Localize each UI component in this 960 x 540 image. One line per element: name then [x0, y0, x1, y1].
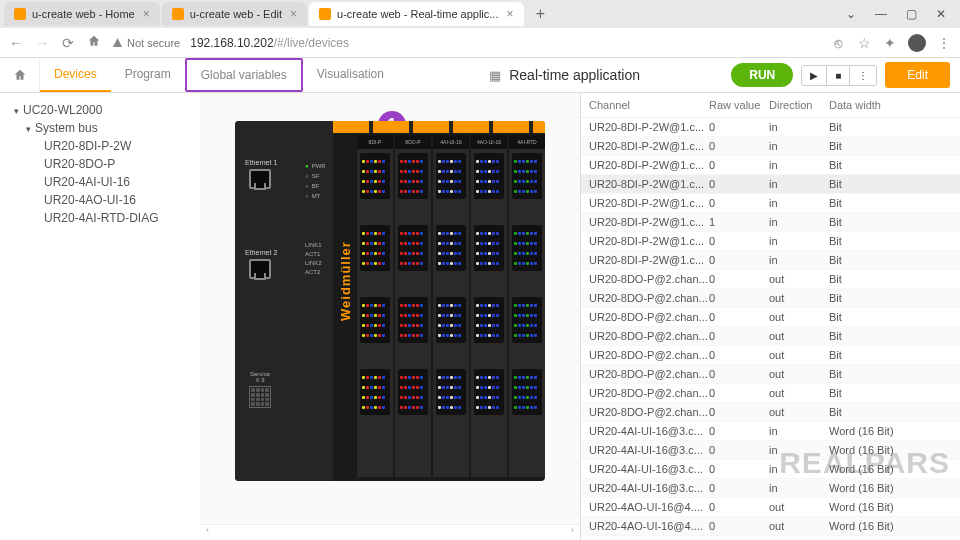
- col-channel[interactable]: Channel: [589, 99, 709, 111]
- browser-tab[interactable]: u-create web - Edit×: [162, 2, 307, 26]
- browser-tab[interactable]: u-create web - Home×: [4, 2, 160, 26]
- channel-table: Channel Raw value Direction Data width U…: [580, 93, 960, 540]
- forward-icon[interactable]: →: [34, 35, 50, 51]
- app-toolbar: Devices Program Global variables Visuali…: [0, 58, 960, 93]
- avatar[interactable]: [908, 34, 926, 52]
- table-row[interactable]: UR20-8DO-P@2.chan...0outBit: [581, 270, 960, 289]
- close-icon[interactable]: ×: [506, 7, 513, 21]
- tree-module[interactable]: UR20-8DI-P-2W: [4, 137, 196, 155]
- warning-icon: [112, 37, 123, 48]
- back-icon[interactable]: ←: [8, 35, 24, 51]
- table-row[interactable]: UR20-4AI-UI-16@3.c...0inWord (16 Bit): [581, 422, 960, 441]
- close-icon[interactable]: ×: [290, 7, 297, 21]
- puzzle-icon[interactable]: ✦: [882, 35, 898, 51]
- more-icon[interactable]: ⋮: [850, 66, 876, 85]
- tab-visualisation[interactable]: Visualisation: [303, 58, 398, 92]
- table-row[interactable]: UR20-4AI-UI-16@3.c...0inWord (16 Bit): [581, 441, 960, 460]
- close-icon[interactable]: ×: [143, 7, 150, 21]
- window-maximize[interactable]: ▢: [896, 0, 926, 28]
- window-minimize[interactable]: —: [866, 0, 896, 28]
- tab-global-variables[interactable]: Global variables: [185, 58, 303, 92]
- table-row[interactable]: UR20-8DI-P-2W@1.c...0inBit: [581, 232, 960, 251]
- share-icon[interactable]: ⎋: [830, 35, 846, 51]
- table-row[interactable]: UR20-8DI-P-2W@1.c...0inBit: [581, 194, 960, 213]
- new-tab-button[interactable]: +: [530, 3, 552, 25]
- tree-module[interactable]: UR20-8DO-P: [4, 155, 196, 173]
- menu-icon[interactable]: ⋮: [936, 35, 952, 51]
- table-row[interactable]: UR20-8DO-P@2.chan...0outBit: [581, 365, 960, 384]
- table-row[interactable]: UR20-8DO-P@2.chan...0outBit: [581, 289, 960, 308]
- col-raw[interactable]: Raw value: [709, 99, 769, 111]
- play-controls: ▶ ■ ⋮: [801, 65, 877, 86]
- table-row[interactable]: UR20-8DO-P@2.chan...0outBit: [581, 346, 960, 365]
- tree-system-bus[interactable]: System bus: [4, 119, 196, 137]
- tab-devices[interactable]: Devices: [40, 58, 111, 92]
- tree-module[interactable]: UR20-4AI-UI-16: [4, 173, 196, 191]
- col-direction[interactable]: Direction: [769, 99, 829, 111]
- table-row[interactable]: UR20-4AO-UI-16@4....0outWord (16 Bit): [581, 517, 960, 536]
- device-tree: UC20-WL2000 System bus UR20-8DI-P-2W UR2…: [0, 93, 200, 540]
- device-view: 1 Ethernet 1 Ethernet 2 ServiceX 3 PWRSF…: [200, 93, 580, 540]
- reload-icon[interactable]: ⟳: [60, 35, 76, 51]
- browser-titlebar: u-create web - Home× u-create web - Edit…: [0, 0, 960, 28]
- edit-button[interactable]: Edit: [885, 62, 950, 88]
- star-icon[interactable]: ☆: [856, 35, 872, 51]
- table-row[interactable]: UR20-4AI-UI-16@3.c...0inWord (16 Bit): [581, 460, 960, 479]
- tree-module[interactable]: UR20-4AO-UI-16: [4, 191, 196, 209]
- window-close[interactable]: ✕: [926, 0, 956, 28]
- plc-image: Ethernet 1 Ethernet 2 ServiceX 3 PWRSFBF…: [235, 121, 545, 481]
- status-bar: ‹›: [200, 524, 580, 540]
- play-icon[interactable]: ▶: [802, 66, 827, 85]
- table-row[interactable]: UR20-4AI-UI-16@3.c...0inWord (16 Bit): [581, 479, 960, 498]
- browser-tab-active[interactable]: u-create web - Real-time applic...×: [309, 2, 523, 26]
- table-row[interactable]: UR20-8DO-P@2.chan...0outBit: [581, 384, 960, 403]
- app-home-button[interactable]: [0, 58, 40, 92]
- table-row[interactable]: UR20-8DI-P-2W@1.c...0inBit: [581, 175, 960, 194]
- brand-label: Weidmüller: [338, 161, 352, 321]
- home-icon[interactable]: [86, 34, 102, 51]
- table-row[interactable]: UR20-4AO-UI-16@4....0outWord (16 Bit): [581, 498, 960, 517]
- cpu-icon: ▦: [489, 68, 501, 83]
- table-row[interactable]: UR20-8DO-P@2.chan...0outBit: [581, 308, 960, 327]
- tree-root[interactable]: UC20-WL2000: [4, 101, 196, 119]
- table-row[interactable]: UR20-8DI-P-2W@1.c...0inBit: [581, 251, 960, 270]
- chevron-down-icon[interactable]: ⌄: [836, 0, 866, 28]
- run-button[interactable]: RUN: [731, 63, 793, 87]
- table-row[interactable]: UR20-8DI-P-2W@1.c...0inBit: [581, 118, 960, 137]
- stop-icon[interactable]: ■: [827, 66, 850, 85]
- table-row[interactable]: UR20-8DI-P-2W@1.c...0inBit: [581, 156, 960, 175]
- table-row[interactable]: UR20-8DI-P-2W@1.c...0inBit: [581, 137, 960, 156]
- table-row[interactable]: UR20-8DO-P@2.chan...0outBit: [581, 327, 960, 346]
- table-row[interactable]: UR20-8DI-P-2W@1.c...1inBit: [581, 213, 960, 232]
- table-row[interactable]: UR20-8DO-P@2.chan...0outBit: [581, 403, 960, 422]
- col-width[interactable]: Data width: [829, 99, 952, 111]
- browser-addressbar: ← → ⟳ Not secure 192.168.10.202/#/live/d…: [0, 28, 960, 58]
- tree-module[interactable]: UR20-4AI-RTD-DIAG: [4, 209, 196, 227]
- url-field[interactable]: 192.168.10.202/#/live/devices: [190, 36, 820, 50]
- table-row[interactable]: UR20-4AO-UI-16@4....0outWord (16 Bit): [581, 536, 960, 540]
- security-indicator[interactable]: Not secure: [112, 37, 180, 49]
- tab-program[interactable]: Program: [111, 58, 185, 92]
- page-title: ▦Real-time application: [398, 67, 731, 83]
